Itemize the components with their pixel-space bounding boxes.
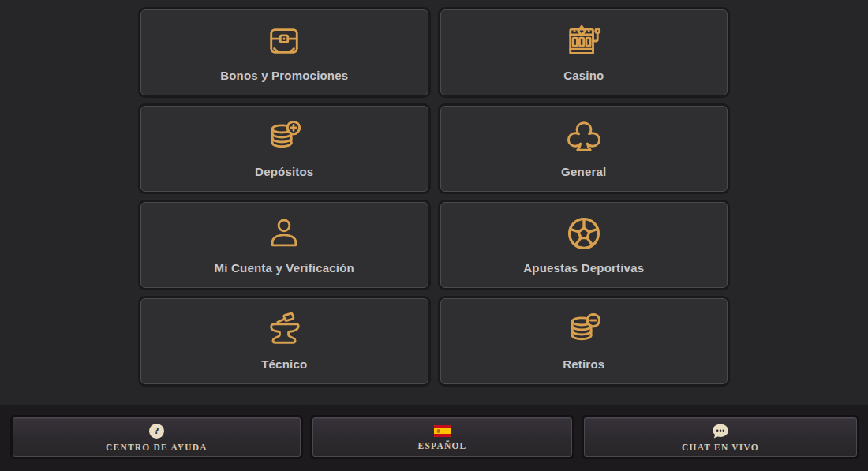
- help-category-grid: Bonos y Promociones Casino: [140, 9, 728, 384]
- spain-flag-icon: [434, 425, 451, 437]
- category-card-casino[interactable]: Casino: [440, 9, 728, 95]
- category-card-tecnico[interactable]: Técnico: [140, 298, 428, 384]
- category-label: Casino: [563, 69, 604, 81]
- category-label: Depósitos: [255, 166, 313, 178]
- category-label: Mi Cuenta y Verificación: [215, 262, 354, 274]
- club-icon: [566, 119, 602, 155]
- category-label: General: [561, 166, 606, 178]
- slot-machine-icon: [566, 23, 602, 59]
- help-center-button[interactable]: ? CENTRO DE AYUDA: [13, 417, 301, 457]
- category-card-mi-cuenta-y-verificacion[interactable]: Mi Cuenta y Verificación: [140, 202, 428, 288]
- language-label: ESPAÑOL: [418, 442, 467, 451]
- coins-plus-icon: [266, 119, 302, 155]
- language-selector-button[interactable]: ESPAÑOL: [312, 417, 572, 457]
- category-label: Técnico: [261, 358, 307, 370]
- category-card-bonos-y-promociones[interactable]: Bonos y Promociones: [140, 9, 428, 95]
- footer-bar: ? CENTRO DE AYUDA ESPAÑOL CHAT EN VIVO: [0, 405, 868, 471]
- category-card-retiros[interactable]: Retiros: [440, 298, 728, 384]
- help-center-label: CENTRO DE AYUDA: [106, 443, 208, 453]
- category-label: Bonos y Promociones: [220, 69, 348, 81]
- treasure-chest-icon: [266, 23, 302, 59]
- question-mark-icon: ?: [149, 424, 164, 439]
- category-label: Apuestas Deportivas: [523, 262, 644, 274]
- category-label: Retiros: [563, 358, 604, 370]
- soccer-ball-icon: [566, 215, 602, 252]
- chat-bubble-icon: [712, 423, 729, 439]
- person-icon: [266, 215, 302, 252]
- anvil-hammer-icon: [266, 312, 302, 348]
- category-card-general[interactable]: General: [440, 106, 728, 192]
- live-chat-button[interactable]: CHAT EN VIVO: [584, 417, 857, 457]
- category-card-apuestas-deportivas[interactable]: Apuestas Deportivas: [440, 202, 728, 288]
- live-chat-label: CHAT EN VIVO: [682, 443, 759, 453]
- category-card-depositos[interactable]: Depósitos: [140, 106, 428, 192]
- coins-minus-icon: [566, 312, 602, 348]
